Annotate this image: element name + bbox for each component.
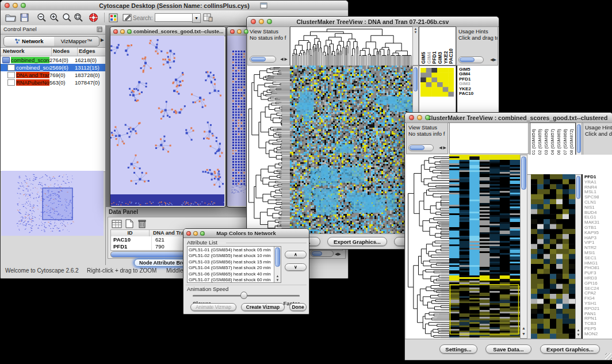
attribute-list-item[interactable]: GPL51-06 (GSM865) heat shock 40 min (188, 271, 274, 277)
birdseye-view-canvas[interactable] (1, 171, 104, 236)
tv2-gene-label[interactable]: MON2 (584, 332, 612, 337)
close-button[interactable] (251, 19, 256, 24)
data-panel-hscroll-pill[interactable] (311, 250, 334, 257)
minimize-button[interactable] (193, 231, 198, 236)
close-button[interactable] (113, 29, 118, 34)
new-document-icon[interactable] (125, 219, 133, 228)
zoom-selected-icon[interactable] (74, 13, 83, 22)
tv1-correlation-matrix-canvas[interactable] (420, 68, 454, 97)
tv1-mini-vscroll[interactable]: ▲▼ (412, 26, 419, 66)
zoom-button[interactable] (21, 3, 26, 8)
scroll-left-icon[interactable]: ◀▶ (335, 251, 341, 258)
attribute-listbox[interactable]: GPL51-01 (GSM854) heat shock 05 minGPL51… (187, 246, 281, 283)
tv2-selection-vscrollbar[interactable]: ▲▼ (575, 174, 582, 339)
network-nodes-count: 769(0) (49, 72, 75, 78)
zoom-out-icon[interactable] (37, 13, 47, 22)
attribute-list-item[interactable]: GPL51-02 (GSM855) heat shock 10 min (188, 253, 274, 259)
zoom-button[interactable] (127, 29, 132, 34)
resize-grip[interactable] (605, 353, 612, 360)
dialog-titlebar[interactable]: Map Colors to Network (183, 229, 309, 238)
network-tree-row[interactable]: DNA and Tran 07769(0)183728(0) (1, 71, 105, 79)
attribute-browser-icon[interactable] (203, 13, 213, 22)
network-tree-row[interactable]: combined_sco2569(6)13112(15) (1, 64, 105, 71)
settings-button[interactable]: Settings... (439, 344, 477, 354)
minimize-button[interactable] (120, 29, 125, 34)
col-header-network[interactable]: Network (1, 48, 52, 56)
minimize-button[interactable] (417, 115, 422, 120)
export-graphics-button[interactable]: Export Graphics... (327, 237, 387, 246)
scroll-arrows-icon[interactable]: ◀▶ (490, 56, 496, 63)
slider-thumb[interactable] (240, 292, 247, 299)
network-edges-count: 13112(15) (75, 64, 105, 71)
main-titlebar[interactable]: Cytoscape Desktop (Session Name: collins… (1, 1, 348, 11)
tv1-column-label[interactable]: GIM3 (438, 28, 443, 64)
attribute-list-item[interactable]: GPL51-03 (GSM856) heat shock 15 min (188, 259, 274, 265)
save-icon[interactable] (20, 13, 29, 22)
attribute-list-item[interactable]: GPL51-04 (GSM857) heat shock 20 min (188, 265, 274, 271)
tv1-column-label[interactable]: GIM5 (421, 28, 426, 64)
col-header-nodes[interactable]: Nodes (52, 48, 78, 56)
tv2-heatmap-vscrollbar[interactable]: ▲▼ (520, 155, 527, 339)
zoom-button[interactable] (267, 19, 272, 24)
minimize-button[interactable] (13, 3, 18, 8)
open-file-icon[interactable] (5, 13, 16, 22)
table-icon[interactable] (112, 220, 122, 228)
tv1-hints-hscroll[interactable] (458, 56, 484, 63)
minimize-button[interactable] (237, 29, 242, 34)
search-dropdown-button[interactable]: ▼ (192, 13, 201, 23)
animate-vizmap-button[interactable]: Animate Vizmap (190, 303, 236, 311)
close-button[interactable] (230, 29, 235, 34)
col-header-edges[interactable]: Edges (78, 48, 95, 56)
tv2-selection-heatmap-canvas[interactable] (531, 174, 575, 339)
network-view-canvas[interactable] (110, 36, 224, 206)
tv2-gene-dendrogram-canvas[interactable] (406, 155, 449, 339)
zoom-button[interactable] (425, 115, 430, 120)
tab-network[interactable]: Network (3, 36, 55, 47)
tv1-column-label[interactable]: PFD1 (432, 28, 437, 64)
network-tree-row[interactable]: RNAPuberNov2+563(0)107847(0) (1, 79, 105, 86)
move-down-button[interactable]: ∨ (285, 263, 307, 271)
network-tree-row[interactable]: combined_scores2764(0)16218(0) (1, 56, 105, 64)
zoom-button[interactable] (200, 231, 205, 236)
annotation-icon[interactable] (123, 13, 132, 22)
create-vizmap-button[interactable]: Create Vizmap (241, 303, 285, 311)
float-panel-icon[interactable] (97, 26, 102, 32)
export-graphics-button[interactable]: Export Graphics... (540, 344, 600, 354)
done-button[interactable]: Done (289, 303, 307, 311)
delete-trash-icon[interactable] (138, 219, 146, 228)
attribute-list-vscrollbar[interactable]: ▲▼ (274, 247, 281, 282)
tv2-status-hscroll[interactable] (408, 144, 434, 151)
tv1-column-label[interactable]: YKE2 (443, 28, 449, 64)
help-lifebuoy-icon[interactable] (89, 13, 98, 22)
zoom-button[interactable] (244, 29, 248, 34)
zoom-fit-icon[interactable] (62, 13, 72, 22)
tv2-heatmap-canvas[interactable] (449, 155, 520, 339)
move-up-button[interactable]: ∧ (285, 251, 307, 258)
treeview1-titlebar[interactable]: ClusterMaker TreeView : DNA and Tran 07-… (247, 17, 499, 27)
attribute-list-item[interactable]: GPL51-07 (GSM868) heat shock 60 min (188, 277, 274, 283)
close-button[interactable] (5, 3, 10, 8)
treeview2-window: ClusterMaker TreeView : combined_scores_… (404, 112, 612, 361)
minimize-button[interactable] (259, 19, 264, 24)
close-button[interactable] (186, 231, 191, 236)
tab-overflow-button[interactable]: ▶ (101, 37, 104, 43)
attribute-list-item[interactable]: GPL51-01 (GSM854) heat shock 05 min (188, 247, 274, 253)
status-hint-zoom: Right-click + drag to ZOOM (87, 267, 156, 274)
close-button[interactable] (409, 115, 414, 120)
tv1-gene-label[interactable]: PAC10 (459, 91, 498, 96)
treeview2-titlebar[interactable]: ClusterMaker TreeView : combined_scores_… (405, 113, 612, 123)
tv1-column-dendrogram-canvas[interactable] (290, 26, 414, 67)
window-menu-icon[interactable] (260, 2, 267, 9)
scroll-arrows-icon[interactable]: ◀ ▶ (439, 144, 446, 151)
tv1-heatmap-canvas[interactable] (290, 66, 412, 233)
tv1-column-label[interactable]: GIM4 (427, 28, 432, 64)
scroll-arrows-icon[interactable]: ◀ ▶ (280, 56, 288, 63)
save-data-button[interactable]: Save Data... (485, 344, 531, 354)
tv1-column-label[interactable]: PAC10 (449, 28, 454, 64)
tv1-status-hscroll[interactable] (250, 56, 276, 63)
vizmapper-icon[interactable] (109, 13, 118, 22)
zoom-in-icon[interactable] (49, 13, 59, 22)
search-input[interactable] (155, 13, 193, 22)
tab-vizmapper[interactable]: VizMapper™ (54, 36, 100, 47)
tv1-gene-dendrogram-canvas[interactable] (247, 66, 290, 233)
